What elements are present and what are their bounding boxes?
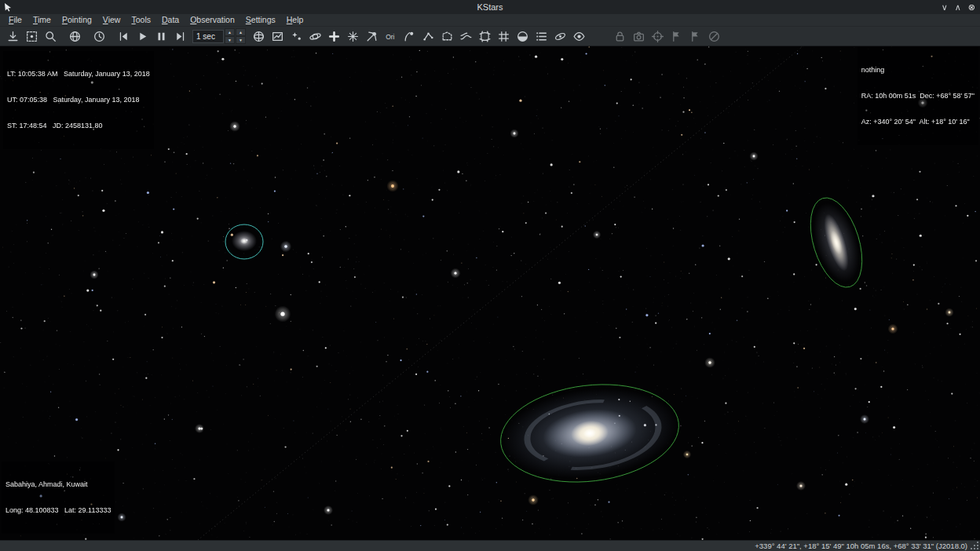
minimize-button[interactable]: ∨ bbox=[942, 0, 948, 14]
time-unit-up-button[interactable]: ▲ bbox=[236, 28, 246, 36]
time-step-backward-button[interactable] bbox=[115, 27, 133, 46]
show-constellation-boundaries-icon bbox=[441, 30, 454, 43]
show-deep-sky-objects-icon bbox=[554, 30, 567, 43]
focus-ra-dec: RA: 10h 00m 51s Dec: +68° 58' 57" bbox=[861, 92, 975, 100]
show-horizon-button[interactable] bbox=[514, 27, 532, 46]
telescope-park-button[interactable] bbox=[667, 27, 686, 46]
telescope-park-icon bbox=[670, 30, 683, 43]
switch-coordinate-system-icon bbox=[252, 30, 265, 43]
location-coordinates: Long: 48.100833 Lat: 29.113333 bbox=[5, 506, 111, 515]
zoom-icon bbox=[44, 30, 57, 43]
menu-item-view[interactable]: View bbox=[97, 14, 126, 26]
show-constellation-lines-icon bbox=[422, 30, 435, 43]
time-step-forward-icon bbox=[174, 30, 187, 43]
show-stars-button[interactable] bbox=[287, 27, 305, 46]
kstars-window: KStars ∨ ∧ ⊗ FileTimePointingViewToolsDa… bbox=[0, 0, 980, 551]
location-overlay: Sabahiya, Ahmadi, Kuwait Long: 48.100833… bbox=[2, 462, 115, 534]
show-constellation-art-button[interactable] bbox=[400, 27, 419, 46]
eyepiece-view-button[interactable] bbox=[570, 27, 588, 46]
abort-telescope-button[interactable] bbox=[705, 27, 723, 46]
time-step-forward-button[interactable] bbox=[171, 27, 189, 46]
fov-symbol-icon bbox=[271, 30, 284, 43]
start-clock-button[interactable] bbox=[133, 27, 152, 46]
fov-symbol-button[interactable] bbox=[269, 27, 287, 46]
menu-item-data[interactable]: Data bbox=[156, 14, 185, 26]
stop-clock-button[interactable] bbox=[152, 27, 170, 46]
focus-object-name: nothing bbox=[861, 66, 975, 75]
pointing-crosshair-icon bbox=[327, 30, 341, 43]
menu-item-time[interactable]: Time bbox=[27, 14, 57, 26]
show-constellation-names-button[interactable]: Ori bbox=[382, 27, 400, 46]
capture-image-icon bbox=[632, 30, 645, 43]
mount-lock-button[interactable] bbox=[611, 27, 629, 46]
find-object-button[interactable] bbox=[23, 27, 41, 46]
menu-item-settings[interactable]: Settings bbox=[240, 14, 281, 26]
toolbar-separator bbox=[60, 27, 65, 46]
menu-item-tools[interactable]: Tools bbox=[126, 14, 156, 26]
local-time-text: LT: 10:05:38 AM Saturday, January 13, 20… bbox=[7, 70, 150, 78]
set-time-button[interactable] bbox=[90, 27, 108, 46]
show-deep-sky-objects-button[interactable] bbox=[551, 27, 569, 46]
download-data-icon bbox=[6, 30, 20, 43]
start-clock-icon bbox=[136, 30, 149, 43]
toolbar-separator bbox=[588, 27, 610, 46]
svg-text:Ori: Ori bbox=[386, 32, 394, 40]
menu-item-file[interactable]: File bbox=[3, 14, 27, 26]
show-horizontal-grid-button[interactable] bbox=[495, 27, 513, 46]
status-bar: +339° 44' 21", +18° 15' 49" 10h 05m 16s,… bbox=[0, 540, 980, 551]
toolbar-separator bbox=[84, 27, 90, 46]
show-constellation-art-icon bbox=[403, 30, 416, 43]
show-constellation-boundaries-button[interactable] bbox=[438, 27, 456, 46]
show-constellation-names-icon: Ori bbox=[384, 30, 397, 43]
status-coordinates: +339° 44' 21", +18° 15' 49" 10h 05m 16s,… bbox=[755, 541, 967, 551]
zoom-button[interactable] bbox=[42, 27, 60, 46]
show-comets-button[interactable] bbox=[363, 27, 381, 46]
window-title: KStars bbox=[0, 0, 980, 14]
whats-interesting-button[interactable] bbox=[532, 27, 550, 46]
time-unit-down-button[interactable]: ▼ bbox=[236, 36, 246, 44]
title-bar: KStars ∨ ∧ ⊗ bbox=[0, 0, 980, 14]
show-equatorial-grid-button[interactable] bbox=[476, 27, 494, 46]
show-constellation-lines-button[interactable] bbox=[419, 27, 437, 46]
center-telescope-button[interactable] bbox=[649, 27, 667, 46]
menu-item-observation[interactable]: Observation bbox=[185, 14, 240, 26]
pointing-crosshair-button[interactable] bbox=[325, 27, 343, 46]
capture-image-button[interactable] bbox=[630, 27, 648, 46]
show-solar-system-button[interactable] bbox=[306, 27, 324, 46]
time-step-backward-icon bbox=[117, 30, 130, 43]
center-telescope-icon bbox=[651, 30, 664, 43]
maximize-button[interactable]: ∧ bbox=[955, 0, 961, 14]
mount-lock-icon bbox=[613, 30, 627, 43]
show-solar-system-icon bbox=[309, 30, 322, 43]
abort-telescope-icon bbox=[708, 30, 721, 43]
time-step-down-button[interactable]: ▼ bbox=[225, 36, 235, 44]
set-time-icon bbox=[93, 30, 106, 43]
whats-interesting-icon bbox=[535, 30, 548, 43]
show-milky-way-button[interactable] bbox=[457, 27, 475, 46]
sidereal-time-text: ST: 17:48:54 JD: 2458131.80 bbox=[7, 122, 150, 130]
focus-az-alt: Az: +340° 20' 54" Alt: +18° 10' 16" bbox=[861, 118, 975, 126]
show-supernovae-button[interactable] bbox=[344, 27, 362, 46]
main-toolbar: 1 sec▲▼▲▼Ori bbox=[0, 27, 980, 46]
universal-time-text: UT: 07:05:38 Saturday, January 13, 2018 bbox=[7, 96, 150, 104]
toolbar-separator bbox=[108, 27, 114, 46]
resize-grip[interactable] bbox=[971, 542, 978, 549]
menu-bar: FileTimePointingViewToolsDataObservation… bbox=[0, 14, 980, 27]
show-equatorial-grid-icon bbox=[478, 30, 492, 43]
telescope-unpark-button[interactable] bbox=[686, 27, 704, 46]
download-data-button[interactable] bbox=[4, 27, 22, 46]
time-step-value[interactable]: 1 sec bbox=[192, 30, 224, 43]
set-geographic-location-button[interactable] bbox=[66, 27, 84, 46]
set-geographic-location-icon bbox=[68, 30, 82, 43]
switch-coordinate-system-button[interactable] bbox=[250, 27, 268, 46]
show-horizon-icon bbox=[516, 30, 529, 43]
eyepiece-view-icon bbox=[572, 30, 586, 43]
time-step-up-button[interactable]: ▲ bbox=[225, 28, 235, 36]
location-name: Sabahiya, Ahmadi, Kuwait bbox=[5, 480, 111, 489]
menu-item-help[interactable]: Help bbox=[281, 14, 309, 26]
time-step-widget: 1 sec▲▼▲▼ bbox=[192, 28, 246, 44]
menu-item-pointing[interactable]: Pointing bbox=[57, 14, 97, 26]
show-horizontal-grid-icon bbox=[497, 30, 510, 43]
show-supernovae-icon bbox=[346, 30, 360, 43]
close-button[interactable]: ⊗ bbox=[968, 0, 975, 14]
